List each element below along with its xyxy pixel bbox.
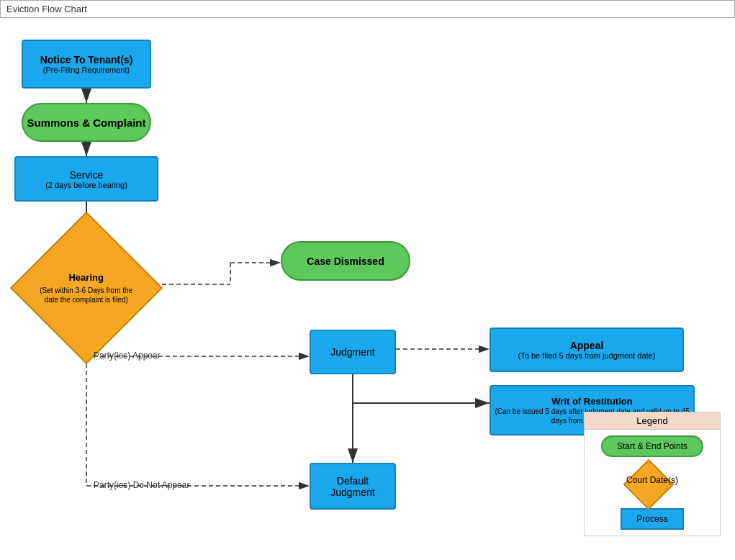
chart-title: Eviction Flow Chart [6,4,87,14]
title-bar: Eviction Flow Chart [0,0,735,18]
judgment-label: Judgment [330,346,374,358]
service-node: Service (2 days before hearing) [14,156,158,202]
legend-process-shape: Process [621,508,683,530]
legend-process-item: Process [585,502,720,536]
appeal-label2: (To be filed 5 days from judgment date) [518,351,656,360]
writ-label1: Writ of Restitution [491,396,693,407]
legend-process-label: Process [636,514,667,524]
notice-node: Notice To Tenant(s) (Pre-Filing Requirem… [22,40,151,89]
appeal-label1: Appeal [518,340,656,351]
judgment-node: Judgment [310,330,396,374]
hearing-inner: Hearing (Set within 3-6 Days from the da… [34,269,139,307]
legend-court-label: Court Date(s) [605,475,699,485]
legend: Legend Start & End Points Court Date(s) … [584,412,721,536]
legend-header: Legend [585,412,720,430]
hearing-node: Hearing (Set within 3-6 Days from the da… [10,212,163,364]
summons-label: Summons & Complaint [27,117,145,129]
notice-label1: Notice To Tenant(s) [40,54,133,66]
legend-court-item: Court Date(s) [585,463,720,502]
default-label2: Judgment [330,487,374,498]
default-label1: Default [330,475,374,487]
legend-start-end-item: Start & End Points [585,430,720,463]
party-not-appear-label: Party(ies) Do Not Appear [94,480,189,490]
appeal-node: Appeal (To be filed 5 days from judgment… [490,328,684,372]
legend-start-end-shape: Start & End Points [601,435,703,457]
case-dismissed-label: Case Dismissed [307,256,384,267]
case-dismissed-node: Case Dismissed [281,241,410,281]
service-label2: (2 days before hearing) [45,181,127,189]
chart-area: Notice To Tenant(s) (Pre-Filing Requirem… [0,18,735,558]
hearing-label2: (Set within 3-6 Days from the date the c… [37,285,136,304]
notice-label2: (Pre-Filing Requirement) [40,66,133,74]
hearing-label1: Hearing [37,272,136,284]
default-judgment-node: Default Judgment [310,463,396,510]
summons-node: Summons & Complaint [22,103,151,142]
legend-start-end-label: Start & End Points [617,441,687,451]
party-appear-label: Party(ies) Appear [94,351,161,361]
service-label1: Service [45,169,127,181]
